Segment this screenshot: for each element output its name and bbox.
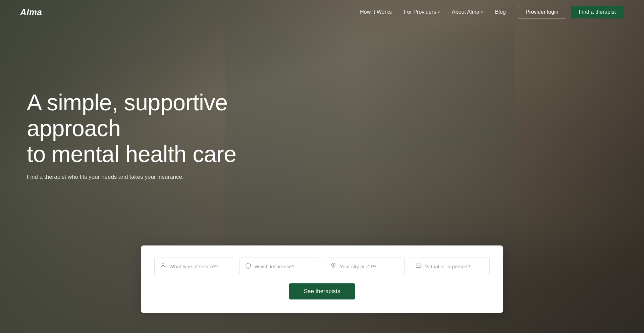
svg-point-0 [162,264,164,266]
search-fields [154,258,490,275]
service-type-input[interactable] [169,264,228,269]
hero-title: A simple, supportive approach to mental … [27,90,288,167]
find-therapist-button[interactable]: Find a therapist [571,6,624,18]
hero-subtitle: Find a therapist who fits your needs and… [27,174,195,180]
insurance-field[interactable] [239,258,319,275]
nav-item-how-it-works[interactable]: How It Works [360,9,392,15]
nav-item-for-providers[interactable]: For Providers ▾ [404,9,440,15]
service-icon [160,263,166,270]
svg-rect-2 [416,264,421,268]
svg-point-1 [333,264,334,266]
search-card: See therapists [141,245,503,313]
location-input[interactable] [340,264,399,269]
session-type-input[interactable] [425,264,484,269]
service-type-field[interactable] [154,258,234,275]
navbar: Alma How It Works For Providers ▾ About … [0,0,644,24]
chevron-down-icon: ▾ [481,10,483,14]
nav-item-blog[interactable]: Blog [495,9,506,15]
see-therapists-button[interactable]: See therapists [289,283,355,299]
search-actions: See therapists [154,283,490,299]
session-icon [416,263,422,270]
session-type-field[interactable] [410,258,490,275]
nav-links: How It Works For Providers ▾ About Alma … [360,9,506,15]
location-field[interactable] [325,258,405,275]
brand-logo: Alma [20,7,42,17]
chevron-down-icon: ▾ [438,10,440,14]
provider-login-button[interactable]: Provider login [518,6,566,18]
insurance-icon [245,263,251,270]
nav-item-about-alma[interactable]: About Alma ▾ [452,9,483,15]
location-icon [330,263,336,270]
insurance-input[interactable] [255,264,314,269]
